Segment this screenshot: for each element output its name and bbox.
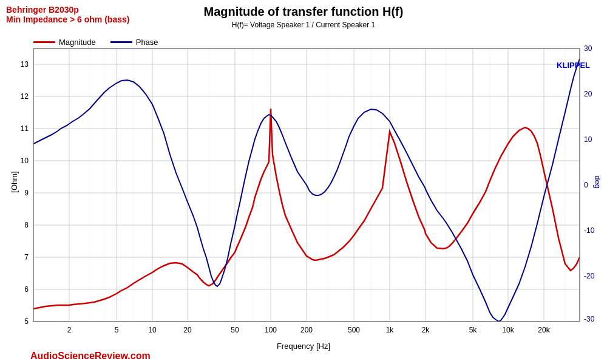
svg-text:-10: -10 <box>584 226 595 235</box>
min-impedance-label: Min Impedance > 6 ohm (bass) <box>6 15 129 24</box>
svg-text:12: 12 <box>21 92 29 101</box>
svg-text:-30: -30 <box>584 315 595 323</box>
svg-text:5k: 5k <box>469 326 478 334</box>
chart-subtitle: H(f)= Voltage Speaker 1 / Current Speake… <box>232 21 375 29</box>
chart-container: 5 6 7 8 9 10 11 12 13 30 20 10 0 -10 -20… <box>0 0 607 364</box>
svg-text:10: 10 <box>21 157 29 165</box>
svg-text:6: 6 <box>24 285 29 294</box>
phase-line-icon <box>110 41 132 43</box>
phase-label: Phase <box>136 38 158 47</box>
svg-text:20: 20 <box>183 326 192 334</box>
bottom-label: AudioScienceReview.com <box>30 351 151 362</box>
svg-text:13: 13 <box>21 60 29 69</box>
svg-text:-20: -20 <box>584 272 595 280</box>
svg-text:200: 200 <box>300 326 313 334</box>
svg-text:11: 11 <box>21 124 29 133</box>
svg-text:500: 500 <box>348 326 360 334</box>
magnitude-label: Magnitude <box>59 38 96 47</box>
legend: Magnitude Phase <box>33 38 158 47</box>
svg-text:10k: 10k <box>502 326 514 334</box>
magnitude-line-icon <box>33 41 55 43</box>
svg-text:8: 8 <box>24 221 29 229</box>
svg-text:9: 9 <box>24 189 29 197</box>
svg-text:5: 5 <box>115 326 119 334</box>
top-left-labels: Behringer B2030p Min Impedance > 6 ohm (… <box>6 5 129 24</box>
svg-text:10: 10 <box>584 135 592 144</box>
legend-magnitude: Magnitude <box>33 38 96 47</box>
svg-text:1k: 1k <box>386 326 395 334</box>
brand-label: Behringer B2030p <box>6 5 129 15</box>
svg-text:30: 30 <box>584 44 592 53</box>
svg-text:0: 0 <box>584 181 588 189</box>
svg-text:20k: 20k <box>538 326 550 334</box>
x-axis-label: Frequency [Hz] <box>277 342 330 351</box>
svg-text:7: 7 <box>24 253 29 261</box>
svg-text:5: 5 <box>24 317 29 326</box>
chart-title: Magnitude of transfer function H(f) <box>204 5 404 19</box>
svg-text:10: 10 <box>148 326 157 334</box>
y-axis-left-label: [Ohm] <box>10 171 19 192</box>
y-axis-right-label: deg <box>594 175 603 189</box>
legend-phase: Phase <box>110 38 158 47</box>
svg-text:50: 50 <box>231 326 239 334</box>
svg-text:20: 20 <box>584 90 592 98</box>
svg-text:2: 2 <box>67 326 72 334</box>
svg-text:2k: 2k <box>422 326 430 334</box>
chart-svg: 5 6 7 8 9 10 11 12 13 30 20 10 0 -10 -20… <box>0 0 607 364</box>
svg-text:100: 100 <box>265 326 277 334</box>
klippel-label: KLIPPEL <box>557 61 590 70</box>
